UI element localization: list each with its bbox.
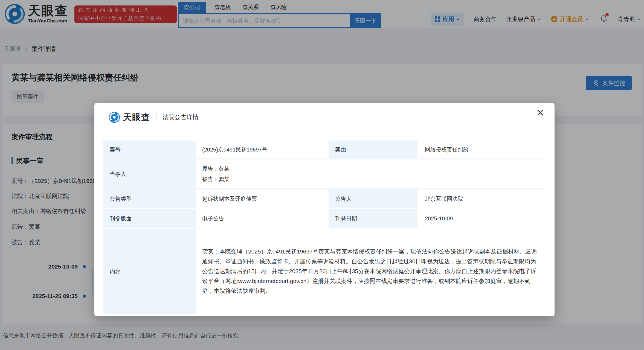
modal-header: 天眼查 法院公告详情 [109, 112, 199, 123]
party-defendant: 被告：龚某 [202, 174, 539, 184]
announcement-table: 案号 (2025)京0491民初19697号 案由 网络侵权责任纠纷 当事人 原… [103, 140, 547, 314]
cause-value: 网络侵权责任纠纷 [418, 141, 546, 159]
content-value: 龚某：本院受理（2025）京0491民初19697号黄某与龚某网络侵权责任纠纷一… [195, 229, 546, 314]
announcer-label: 公告人 [329, 189, 417, 208]
cause-label: 案由 [329, 141, 417, 159]
table-row: 案号 (2025)京0491民初19697号 案由 网络侵权责任纠纷 [103, 141, 546, 159]
page: 天眼查 TianYanCha.com 都在用的商业查询工具 国家中小企业发展子基… [0, 0, 644, 350]
modal-title: 法院公告详情 [163, 113, 199, 121]
page-label: 刊登版面 [103, 209, 195, 228]
close-icon[interactable]: × [536, 106, 544, 119]
case-no-value: (2025)京0491民初19697号 [195, 141, 328, 159]
date-label: 刊登日期 [329, 209, 417, 228]
table-row: 刊登版面 电子公告 刊登日期 2025-10-09 [103, 209, 546, 228]
court-announcement-modal: 天眼查 法院公告详情 × 案号 (2025)京0491民初19697号 案由 网… [94, 103, 555, 316]
date-value: 2025-10-09 [418, 209, 546, 228]
table-row: 内容 龚某：本院受理（2025）京0491民初19697号黄某与龚某网络侵权责任… [103, 229, 546, 314]
party-label: 当事人 [103, 159, 195, 189]
case-no-label: 案号 [103, 141, 195, 159]
party-plaintiff: 原告：黄某 [202, 164, 539, 174]
table-row: 公告类型 起诉状副本及开庭传票 公告人 北京互联网法院 [103, 189, 546, 208]
type-label: 公告类型 [103, 189, 195, 208]
type-value: 起诉状副本及开庭传票 [195, 189, 328, 208]
table-row: 当事人 原告：黄某 被告：龚某 [103, 159, 546, 189]
page-value: 电子公告 [195, 209, 328, 228]
party-value: 原告：黄某 被告：龚某 [195, 159, 546, 189]
divider [156, 113, 156, 121]
content-label: 内容 [103, 229, 195, 314]
announcer-value: 北京互联网法院 [418, 189, 546, 208]
tianyancha-logo-icon [109, 112, 120, 123]
modal-brand-text: 天眼查 [123, 112, 150, 123]
